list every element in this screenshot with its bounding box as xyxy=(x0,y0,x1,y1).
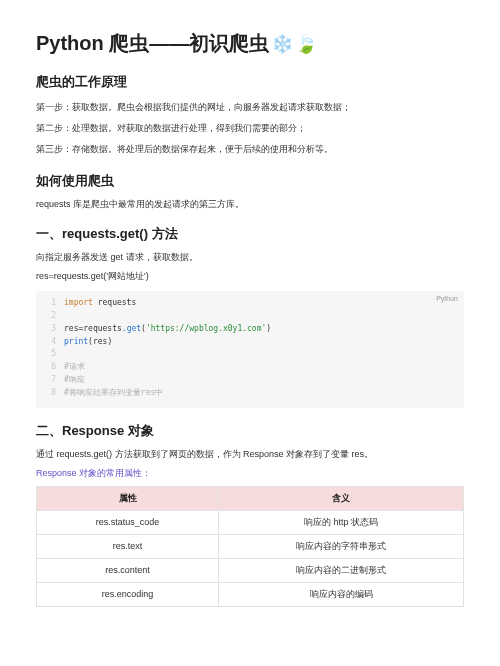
section-howto-heading: 如何使用爬虫 xyxy=(36,172,464,190)
table-row: res.content 响应内容的二进制形式 xyxy=(37,558,464,582)
line-number: 3 xyxy=(44,323,56,336)
line-number: 1 xyxy=(44,297,56,310)
principle-step-1: 第一步：获取数据。爬虫会根据我们提供的网址，向服务器发起请求获取数据； xyxy=(36,99,464,116)
response-desc: 通过 requests.get() 方法获取到了网页的数据，作为 Respons… xyxy=(36,448,464,461)
line-number: 6 xyxy=(44,361,56,374)
response-table: 属性 含义 res.status_code 响应的 http 状态码 res.t… xyxy=(36,486,464,607)
section-principle-heading: 爬虫的工作原理 xyxy=(36,73,464,91)
meaning-cell: 响应内容的编码 xyxy=(219,582,464,606)
table-header-meaning: 含义 xyxy=(219,486,464,510)
attr-cell: res.content xyxy=(37,558,219,582)
get-desc: 向指定服务器发送 get 请求，获取数据。 xyxy=(36,251,464,264)
meaning-cell: 响应内容的二进制形式 xyxy=(219,558,464,582)
table-row: res.text 响应内容的字符串形式 xyxy=(37,534,464,558)
get-snippet: res=requests.get('网站地址') xyxy=(36,270,464,283)
code-line: 3 res=requests.get('https://wpblog.x0y1.… xyxy=(44,323,456,336)
code-language-label: Python xyxy=(436,293,458,304)
section-get-heading: 一、requests.get() 方法 xyxy=(36,225,464,243)
code-line: 4 print(res) xyxy=(44,336,456,349)
principle-step-2: 第二步：处理数据。对获取的数据进行处理，得到我们需要的部分； xyxy=(36,120,464,137)
table-row: res.encoding 响应内容的编码 xyxy=(37,582,464,606)
table-row: res.status_code 响应的 http 状态码 xyxy=(37,510,464,534)
attr-cell: res.text xyxy=(37,534,219,558)
leaf-icon: 🍃 xyxy=(295,33,317,55)
page-title: Python 爬虫——初识爬虫 ❄️ 🍃 xyxy=(36,30,464,57)
line-number: 7 xyxy=(44,374,56,387)
code-line: 5 xyxy=(44,348,456,361)
meaning-cell: 响应内容的字符串形式 xyxy=(219,534,464,558)
code-block: Python 1 import requests 2 3 res=request… xyxy=(36,291,464,407)
attr-cell: res.status_code xyxy=(37,510,219,534)
table-header-attr: 属性 xyxy=(37,486,219,510)
line-number: 2 xyxy=(44,310,56,323)
attr-cell: res.encoding xyxy=(37,582,219,606)
code-line: 6 #请求 xyxy=(44,361,456,374)
snowflake-icon: ❄️ xyxy=(271,33,293,55)
code-line: 1 import requests xyxy=(44,297,456,310)
line-number: 4 xyxy=(44,336,56,349)
line-number: 5 xyxy=(44,348,56,361)
title-text: Python 爬虫——初识爬虫 xyxy=(36,30,269,57)
section-response-heading: 二、Response 对象 xyxy=(36,422,464,440)
meaning-cell: 响应的 http 状态码 xyxy=(219,510,464,534)
code-line: 8 #将响应结果存到变量res中 xyxy=(44,387,456,400)
code-line: 2 xyxy=(44,310,456,323)
line-number: 8 xyxy=(44,387,56,400)
howto-desc: requests 库是爬虫中最常用的发起请求的第三方库。 xyxy=(36,198,464,211)
code-line: 7 #响应 xyxy=(44,374,456,387)
response-link[interactable]: Response 对象的常用属性： xyxy=(36,467,464,480)
principle-step-3: 第三步：存储数据。将处理后的数据保存起来，便于后续的使用和分析等。 xyxy=(36,141,464,158)
